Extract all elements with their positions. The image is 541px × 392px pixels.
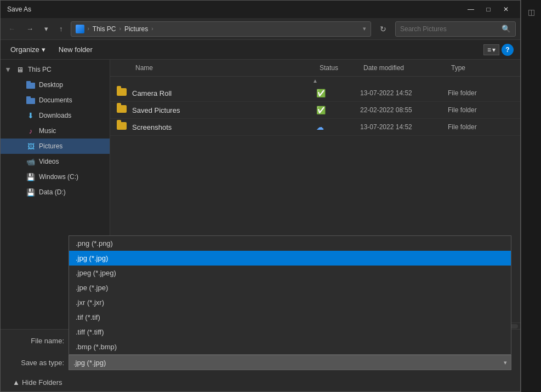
folder-icon-saved-pictures (117, 105, 128, 115)
savetype-container: .png (*.png) .jpg (*.jpg) .jpeg (*.jpeg)… (69, 355, 511, 370)
sidebar-label-downloads: Downloads (39, 112, 71, 119)
file-name-screenshots: Screenshots (132, 123, 316, 131)
sidebar-icon-videos: 📹 (26, 157, 36, 166)
dropdown-option-bmp[interactable]: .bmp (*.bmp) (69, 339, 511, 354)
file-status-screenshots: ☁ (316, 123, 360, 131)
new-folder-button[interactable]: New folder (55, 44, 96, 55)
toolbar: ← → ▾ ↑ › This PC › Pictures › ▾ ↻ 🔍 (1, 18, 520, 40)
address-bar[interactable]: › This PC › Pictures › ▾ (71, 21, 372, 37)
sidebar-item-windows-c[interactable]: ▶ 💾 Windows (C:) (1, 169, 110, 185)
address-path-1: This PC (93, 25, 116, 33)
view-arrow: ▾ (492, 46, 496, 54)
bottom-section: File name: ▾ Save as type: .png (*.png) … (1, 329, 520, 391)
sidebar-label-documents: Documents (39, 96, 72, 104)
file-date-saved-pictures: 22-02-2022 08:55 (360, 106, 448, 114)
sidebar-item-desktop[interactable]: ▶ Desktop (1, 77, 110, 93)
dropdown-option-jpg[interactable]: .jpg (*.jpg) (69, 251, 511, 266)
sidebar-icon-music: ♪ (26, 126, 36, 136)
dropdown-option-jxr[interactable]: .jxr (*.jxr) (69, 295, 511, 310)
organize-label: Organize (10, 45, 39, 54)
file-status-camera-roll: ✅ (316, 89, 360, 97)
file-date-camera-roll: 13-07-2022 14:52 (360, 89, 448, 97)
address-sep-1: › (88, 26, 89, 32)
file-type-screenshots: File folder (448, 123, 514, 131)
hide-folders-row: ▲ Hide Folders (1, 373, 520, 391)
filename-label: File name: (9, 337, 64, 345)
folder-icon-screenshots (117, 122, 128, 132)
minimize-button[interactable]: — (463, 4, 479, 15)
sidebar-item-documents[interactable]: ▶ Documents (1, 93, 110, 108)
sidebar-label-data-d: Data (D:) (39, 188, 66, 196)
refresh-button[interactable]: ↻ (375, 22, 391, 36)
up-button[interactable]: ↑ (56, 22, 66, 35)
scroll-up-indicator: ▲ (110, 77, 520, 85)
col-header-name[interactable]: Name (132, 62, 316, 74)
folder-icon-camera-roll (117, 88, 128, 98)
dropdown-option-tiff[interactable]: .tiff (*.tiff) (69, 325, 511, 339)
sidebar-item-music[interactable]: ▶ ♪ Music (1, 123, 110, 139)
action-bar: Organize ▾ New folder ≡ ▾ ? (1, 40, 520, 60)
sidebar-icon-thispc: 🖥 (15, 65, 25, 74)
savetype-select[interactable]: .jpg (*.jpg) (69, 355, 511, 370)
savetype-dropdown[interactable]: .png (*.png) .jpg (*.jpg) .jpeg (*.jpeg)… (69, 235, 511, 355)
address-dropdown-arrow[interactable]: ▾ (363, 25, 366, 32)
title-bar: Save As — □ ✕ (1, 1, 520, 18)
search-bar-container: 🔍 (395, 21, 516, 37)
hide-folders-chevron: ▲ (13, 378, 20, 387)
address-sep-2: › (119, 26, 121, 32)
search-input[interactable] (400, 25, 498, 33)
sidebar-label-thispc: This PC (28, 66, 52, 73)
sidebar-icon-desktop (26, 80, 36, 90)
sidebar-icon-documents (26, 95, 36, 105)
col-header-status[interactable]: Status (316, 62, 360, 74)
col-header-type[interactable]: Type (448, 62, 514, 74)
file-date-screenshots: 13-07-2022 14:52 (360, 123, 448, 131)
table-row[interactable]: Saved Pictures ✅ 22-02-2022 08:55 File f… (110, 102, 520, 119)
view-icon: ≡ (487, 46, 491, 54)
sidebar-icon-pictures: 🖼 (26, 141, 36, 151)
forward-button[interactable]: → (23, 22, 37, 35)
dropdown-option-jpeg[interactable]: .jpeg (*.jpeg) (69, 266, 511, 280)
file-status-saved-pictures: ✅ (316, 106, 360, 114)
title-bar-controls: — □ ✕ (463, 4, 514, 15)
side-panel-icon[interactable]: ◫ (523, 4, 539, 20)
col-header-date[interactable]: Date modified (360, 62, 448, 74)
chevron-thispc: ▶ (5, 66, 12, 73)
svg-rect-4 (26, 81, 31, 83)
view-button[interactable]: ≡ ▾ (483, 44, 499, 55)
file-type-saved-pictures: File folder (448, 106, 514, 114)
organize-button[interactable]: Organize ▾ (7, 44, 49, 55)
hide-folders-button[interactable]: ▲ Hide Folders (9, 377, 66, 388)
action-bar-right: ≡ ▾ ? (483, 44, 514, 56)
dropdown-option-tif[interactable]: .tif (*.tif) (69, 310, 511, 325)
dropdown-option-png[interactable]: .png (*.png) (69, 236, 511, 251)
sidebar-item-videos[interactable]: ▶ 📹 Videos (1, 154, 110, 169)
savetype-row: Save as type: .png (*.png) .jpg (*.jpg) … (1, 351, 520, 373)
help-button[interactable]: ? (502, 44, 514, 56)
sidebar-label-music: Music (39, 127, 56, 135)
back-button[interactable]: ← (5, 22, 19, 35)
hide-folders-label: Hide Folders (22, 378, 62, 387)
address-path-2: Pictures (124, 25, 148, 33)
savetype-label: Save as type: (9, 359, 64, 367)
table-row[interactable]: Screenshots ☁ 13-07-2022 14:52 File fold… (110, 119, 520, 136)
sidebar-item-pictures[interactable]: ▶ 🖼 Pictures (1, 139, 110, 154)
sidebar-item-downloads[interactable]: ▶ ⬇ Downloads (1, 108, 110, 123)
sidebar-icon-windows-c: 💾 (26, 172, 36, 182)
sidebar-icon-downloads: ⬇ (26, 111, 36, 120)
sidebar-item-thispc[interactable]: ▶ 🖥 This PC (1, 62, 110, 77)
dropdown-button[interactable]: ▾ (41, 22, 52, 35)
sidebar-item-data-d[interactable]: ▶ 💾 Data (D:) (1, 185, 110, 200)
close-button[interactable]: ✕ (498, 4, 514, 15)
status-check-icon: ✅ (316, 106, 326, 114)
status-check-icon: ✅ (316, 89, 326, 97)
file-name-camera-roll: Camera Roll (132, 89, 316, 97)
svg-rect-3 (26, 83, 35, 89)
maximize-button[interactable]: □ (481, 4, 496, 15)
dialog-title: Save As (7, 5, 31, 13)
address-sep-3: › (151, 26, 153, 32)
dropdown-option-jpe[interactable]: .jpe (*.jpe) (69, 280, 511, 295)
svg-rect-6 (26, 96, 31, 99)
table-row[interactable]: Camera Roll ✅ 13-07-2022 14:52 File fold… (110, 85, 520, 102)
search-icon[interactable]: 🔍 (502, 25, 511, 33)
